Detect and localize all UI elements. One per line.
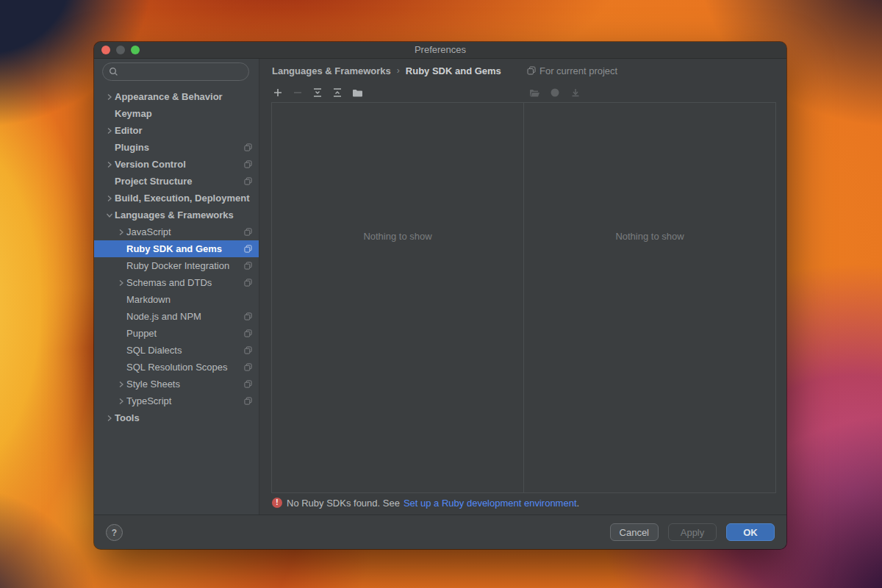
per-project-settings-icon xyxy=(244,279,252,287)
sidebar-item-keymap[interactable]: Keymap xyxy=(94,105,259,122)
title-bar[interactable]: Preferences xyxy=(94,42,786,59)
sidebar-item-label: Tools xyxy=(115,412,140,423)
sdk-gems-panels: Nothing to show Nothing to show xyxy=(271,102,776,493)
chevron-spacer xyxy=(116,245,126,254)
sidebar-item-tools[interactable]: Tools xyxy=(94,409,259,426)
sidebar-item-appearance-behavior[interactable]: Appearance & Behavior xyxy=(94,88,259,105)
expand-all-icon[interactable] xyxy=(312,87,323,98)
scope-indicator: For current project xyxy=(527,59,617,82)
sidebar-item-label: Editor xyxy=(115,125,143,136)
download-icon xyxy=(570,87,581,98)
sidebar-item-puppet[interactable]: Puppet xyxy=(94,325,259,342)
sidebar-item-sql-resolution-scopes[interactable]: SQL Resolution Scopes xyxy=(94,359,259,376)
sidebar-item-sql-dialects[interactable]: SQL Dialects xyxy=(94,342,259,359)
sidebar-item-ruby-docker-integration[interactable]: Ruby Docker Integration xyxy=(94,257,259,274)
chevron-right-icon[interactable] xyxy=(104,194,115,203)
chevron-spacer xyxy=(116,295,126,304)
folder-icon[interactable] xyxy=(351,87,363,98)
per-project-settings-icon xyxy=(244,143,252,151)
chevron-right-icon[interactable] xyxy=(116,279,126,287)
sidebar-item-label: Ruby SDK and Gems xyxy=(126,243,222,254)
sidebar-item-label: Project Structure xyxy=(115,176,192,187)
sidebar-item-project-structure[interactable]: Project Structure xyxy=(94,173,259,190)
breadcrumb: Languages & Frameworks › Ruby SDK and Ge… xyxy=(272,59,501,82)
sidebar-item-languages-frameworks[interactable]: Languages & Frameworks xyxy=(94,207,259,223)
chevron-spacer xyxy=(116,363,126,372)
sidebar-item-label: SQL Resolution Scopes xyxy=(126,362,228,373)
sdk-empty-message: Nothing to show xyxy=(272,231,523,242)
chevron-right-icon[interactable] xyxy=(116,397,126,406)
sidebar-item-label: Build, Execution, Deployment xyxy=(115,193,249,204)
sidebar-item-schemas-and-dtds[interactable]: Schemas and DTDs xyxy=(94,274,259,291)
settings-search-field[interactable] xyxy=(102,62,249,81)
chevron-down-icon[interactable] xyxy=(104,211,115,220)
sidebar-item-style-sheets[interactable]: Style Sheets xyxy=(94,376,259,392)
search-input[interactable] xyxy=(123,65,255,78)
gems-empty-message: Nothing to show xyxy=(524,231,775,242)
add-icon[interactable] xyxy=(272,87,284,98)
page-title: Ruby SDK and Gems xyxy=(406,65,501,76)
per-project-settings-icon xyxy=(527,66,536,75)
per-project-settings-icon xyxy=(244,245,252,253)
chevron-spacer xyxy=(116,262,126,270)
chevron-right-icon[interactable] xyxy=(104,160,115,169)
sidebar-item-label: Style Sheets xyxy=(126,379,180,390)
sidebar-item-label: Node.js and NPM xyxy=(126,311,201,322)
per-project-settings-icon xyxy=(244,397,252,405)
collapse-all-icon[interactable] xyxy=(331,87,343,98)
chevron-right-icon[interactable] xyxy=(104,126,115,135)
sidebar-item-label: JavaScript xyxy=(126,226,171,237)
settings-tree: Appearance & BehaviorKeymapEditorPlugins… xyxy=(94,88,259,426)
sidebar-item-plugins[interactable]: Plugins xyxy=(94,139,259,156)
per-project-settings-icon xyxy=(244,228,252,236)
search-icon xyxy=(109,67,118,76)
sidebar-item-label: Keymap xyxy=(115,108,152,119)
per-project-settings-icon xyxy=(244,363,252,371)
settings-sidebar: Appearance & BehaviorKeymapEditorPlugins… xyxy=(94,59,259,514)
chevron-right-icon[interactable] xyxy=(104,414,115,423)
per-project-settings-icon xyxy=(244,380,252,388)
status-text: No Ruby SDKs found. See xyxy=(287,498,400,509)
apply-button: Apply xyxy=(668,523,717,541)
per-project-settings-icon xyxy=(244,346,252,354)
sidebar-item-label: Appearance & Behavior xyxy=(115,91,223,102)
sidebar-item-label: Languages & Frameworks xyxy=(115,209,234,220)
chevron-spacer xyxy=(104,177,115,186)
breadcrumb-separator-icon: › xyxy=(397,65,400,76)
sidebar-item-javascript[interactable]: JavaScript xyxy=(94,223,259,240)
cancel-button[interactable]: Cancel xyxy=(610,523,659,541)
chevron-spacer xyxy=(116,346,126,355)
per-project-settings-icon xyxy=(244,160,252,168)
gems-list-panel[interactable]: Nothing to show xyxy=(524,103,775,492)
setup-ruby-link[interactable]: Set up a Ruby development environment xyxy=(404,498,577,509)
sdk-list-panel[interactable]: Nothing to show xyxy=(272,103,524,492)
per-project-settings-icon xyxy=(244,177,252,185)
chevron-right-icon[interactable] xyxy=(116,228,126,237)
breadcrumb-parent[interactable]: Languages & Frameworks xyxy=(272,65,391,76)
sidebar-item-build-execution-deployment[interactable]: Build, Execution, Deployment xyxy=(94,190,259,207)
preferences-window: Preferences Appearance & BehaviorKeymapE… xyxy=(94,42,786,549)
sidebar-item-version-control[interactable]: Version Control xyxy=(94,156,259,173)
per-project-settings-icon xyxy=(244,312,252,320)
window-title: Preferences xyxy=(94,42,786,58)
sdk-toolbar xyxy=(272,83,363,102)
gem-icon xyxy=(549,87,561,98)
sidebar-item-ruby-sdk-and-gems[interactable]: Ruby SDK and Gems xyxy=(94,240,259,257)
sidebar-item-label: SQL Dialects xyxy=(126,345,182,356)
per-project-settings-icon xyxy=(244,329,252,337)
sidebar-item-markdown[interactable]: Markdown xyxy=(94,291,259,308)
chevron-spacer xyxy=(104,143,115,152)
per-project-settings-icon xyxy=(244,262,252,270)
chevron-right-icon[interactable] xyxy=(104,93,115,101)
sidebar-item-label: Version Control xyxy=(115,159,186,170)
sidebar-item-typescript[interactable]: TypeScript xyxy=(94,392,259,409)
ok-button[interactable]: OK xyxy=(726,523,775,541)
sidebar-item-editor[interactable]: Editor xyxy=(94,122,259,139)
chevron-spacer xyxy=(104,110,115,118)
chevron-spacer xyxy=(116,329,126,338)
scope-label: For current project xyxy=(539,65,617,76)
chevron-right-icon[interactable] xyxy=(116,380,126,389)
sidebar-item-node-js-and-npm[interactable]: Node.js and NPM xyxy=(94,308,259,325)
status-suffix: . xyxy=(577,498,580,509)
help-button[interactable]: ? xyxy=(106,524,123,541)
